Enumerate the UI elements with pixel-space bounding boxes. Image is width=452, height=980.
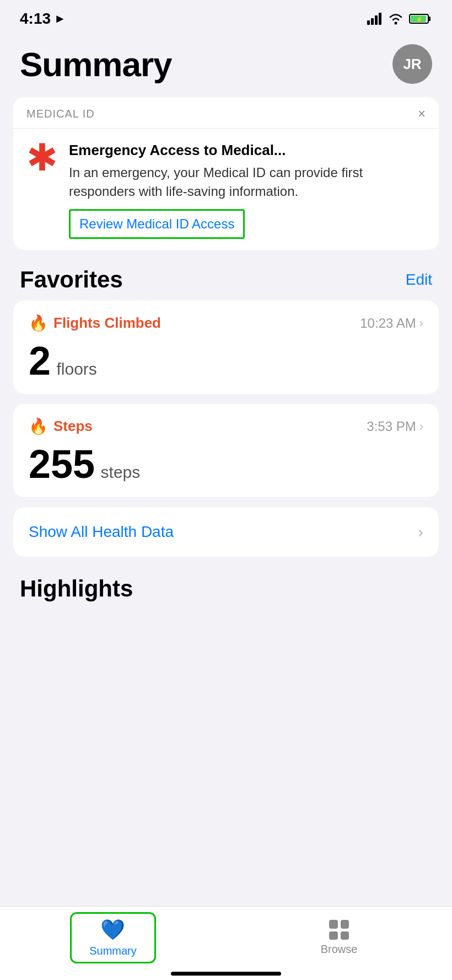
chevron-right-icon: › xyxy=(419,316,423,331)
show-all-text: Show All Health Data xyxy=(29,523,174,541)
medical-id-label: MEDICAL ID xyxy=(26,108,95,120)
tab-browse-label: Browse xyxy=(321,943,358,956)
status-time: 4:13 ► xyxy=(20,10,66,28)
browse-grid-icon xyxy=(329,920,349,940)
steps-value-row: 255 steps xyxy=(29,444,423,484)
svg-rect-0 xyxy=(367,20,370,25)
battery-icon: ⚡ xyxy=(409,13,432,25)
chevron-right-icon-steps: › xyxy=(419,419,423,434)
steps-title: 🔥 Steps xyxy=(29,417,93,435)
fire-icon: 🔥 xyxy=(29,314,48,332)
tab-browse[interactable]: Browse xyxy=(226,920,452,956)
flights-unit: floors xyxy=(57,360,97,378)
edit-favorites-button[interactable]: Edit xyxy=(406,271,432,289)
signal-icon xyxy=(367,13,383,25)
steps-header: 🔥 Steps 3:53 PM › xyxy=(29,417,423,435)
flights-climbed-header: 🔥 Flights Climbed 10:23 AM › xyxy=(29,314,423,332)
tab-bar: 💙 Summary Browse xyxy=(0,906,452,980)
steps-label: Steps xyxy=(53,418,93,435)
svg-rect-2 xyxy=(375,15,378,25)
flights-value-row: 2 floors xyxy=(29,341,423,381)
favorites-section-header: Favorites Edit xyxy=(0,261,452,301)
tab-summary-wrapper: 💙 Summary xyxy=(70,912,156,963)
location-icon: ► xyxy=(54,12,66,26)
steps-time-value: 3:53 PM xyxy=(367,419,416,434)
medical-id-body-text: In an emergency, your Medical ID can pro… xyxy=(69,163,426,200)
flights-climbed-title: 🔥 Flights Climbed xyxy=(29,314,161,332)
header: Summary JR xyxy=(0,33,452,97)
steps-value: 255 xyxy=(29,442,95,486)
heart-icon: 💙 xyxy=(100,918,125,941)
medical-id-content: Emergency Access to Medical... In an eme… xyxy=(69,142,426,239)
status-bar: 4:13 ► ⚡ xyxy=(0,0,452,33)
flights-climbed-time: 10:23 AM › xyxy=(360,316,423,331)
steps-time: 3:53 PM › xyxy=(367,419,423,434)
time-display: 4:13 xyxy=(20,10,51,28)
svg-rect-3 xyxy=(379,13,381,25)
flights-value: 2 xyxy=(29,339,51,383)
close-button[interactable]: × xyxy=(418,107,426,120)
medical-id-body: ✱ Emergency Access to Medical... In an e… xyxy=(13,129,439,250)
review-medical-id-link[interactable]: Review Medical ID Access xyxy=(69,209,245,239)
medical-id-header: MEDICAL ID × xyxy=(13,97,439,129)
home-indicator xyxy=(171,972,281,976)
steps-card[interactable]: 🔥 Steps 3:53 PM › 255 steps xyxy=(13,404,439,497)
avatar[interactable]: JR xyxy=(392,44,432,84)
show-all-health-data-button[interactable]: Show All Health Data › xyxy=(13,507,439,557)
tab-summary[interactable]: 💙 Summary xyxy=(0,912,226,963)
page-title: Summary xyxy=(20,45,172,84)
show-all-chevron-icon: › xyxy=(418,523,423,541)
flights-time-value: 10:23 AM xyxy=(360,316,416,331)
svg-rect-6 xyxy=(428,17,431,21)
wifi-icon xyxy=(388,13,403,25)
flights-climbed-card[interactable]: 🔥 Flights Climbed 10:23 AM › 2 floors xyxy=(13,301,439,394)
medical-asterisk-icon: ✱ xyxy=(26,139,58,176)
svg-point-4 xyxy=(395,22,397,25)
highlights-section-title: Highlights xyxy=(0,570,452,646)
fire-icon-steps: 🔥 xyxy=(29,417,48,435)
steps-unit: steps xyxy=(101,463,141,481)
svg-text:⚡: ⚡ xyxy=(416,15,423,23)
medical-id-title: Emergency Access to Medical... xyxy=(69,142,426,159)
medical-id-card: MEDICAL ID × ✱ Emergency Access to Medic… xyxy=(13,97,439,250)
flights-climbed-label: Flights Climbed xyxy=(53,315,161,332)
status-icons: ⚡ xyxy=(367,13,432,25)
favorites-title: Favorites xyxy=(20,267,123,293)
svg-rect-1 xyxy=(371,18,374,25)
tab-summary-label: Summary xyxy=(89,945,137,957)
